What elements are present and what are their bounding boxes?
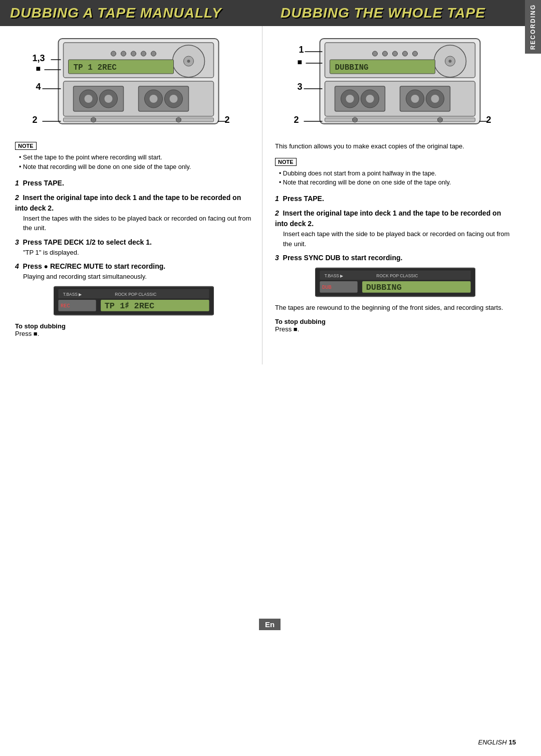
recording-tab: RECORDING	[525, 0, 541, 54]
svg-point-52	[403, 51, 408, 56]
right-step-1: 1 Press TAPE.	[275, 194, 515, 204]
svg-point-66	[431, 95, 439, 103]
left-note-box: NOTE	[15, 142, 37, 150]
svg-point-25	[176, 117, 181, 122]
right-note-item-1: • Dubbing does not start from a point ha…	[279, 169, 515, 178]
svg-point-69	[438, 117, 443, 122]
svg-text:REC: REC	[61, 303, 70, 309]
left-device-svg: TP 1 2REC	[15, 34, 252, 134]
right-note-box: NOTE	[275, 158, 297, 166]
svg-text:ROCK  POP  CLASSIC: ROCK POP CLASSIC	[376, 273, 418, 278]
svg-text:TP  1♯ 2REC: TP 1♯ 2REC	[104, 301, 154, 311]
svg-text:2: 2	[486, 115, 491, 125]
en-badge: En	[259, 619, 281, 630]
svg-text:TP 1 2REC: TP 1 2REC	[74, 63, 117, 72]
right-intro: This function allows you to make exact c…	[275, 141, 515, 151]
svg-text:4: 4	[36, 82, 41, 92]
left-to-stop-body: Press ■.	[15, 330, 39, 337]
left-step-4-num: 4	[15, 262, 19, 270]
right-device-image: DUBBING	[275, 34, 515, 134]
left-lcd-container: T.BASS ▶ ROCK POP CLASSIC REC TP 1♯ 2REC	[15, 286, 252, 317]
footer-page-num: 15	[509, 738, 516, 746]
svg-text:1: 1	[299, 45, 304, 55]
svg-text:DUBBING: DUBBING	[366, 283, 401, 292]
left-step-3-body: "TP 1" is displayed.	[23, 248, 252, 258]
svg-point-62	[366, 95, 374, 103]
svg-point-6	[121, 51, 126, 56]
left-column: TP 1 2REC	[0, 26, 262, 364]
svg-text:T.BASS ▶: T.BASS ▶	[324, 273, 344, 278]
left-note-label: NOTE	[18, 143, 34, 149]
svg-text:■: ■	[36, 64, 41, 73]
right-to-stop-body: Press ■.	[275, 325, 299, 333]
svg-point-68	[353, 117, 358, 122]
right-step-3-title: Press SYNC DUB to start recording.	[281, 254, 403, 262]
right-step-1-num: 1	[275, 195, 279, 203]
svg-point-5	[111, 51, 116, 56]
right-note-item-2: • Note that recording will be done on on…	[279, 178, 515, 187]
svg-point-60	[346, 95, 354, 103]
left-device-image: TP 1 2REC	[15, 34, 252, 134]
svg-text:3: 3	[298, 82, 303, 92]
left-step-4-title: Press ● REC/REC MUTE to start recording.	[21, 262, 166, 270]
left-header: DUBBING A TAPE MANUALLY	[0, 0, 270, 26]
left-note-item-1: • Set the tape to the point where record…	[19, 153, 252, 162]
svg-text:ROCK  POP  CLASSIC: ROCK POP CLASSIC	[115, 291, 156, 296]
left-note-item-2: • Note that recording will be done on on…	[19, 162, 252, 172]
right-step-3-num: 3	[275, 254, 279, 262]
svg-text:2: 2	[225, 115, 230, 125]
left-step-4-body: Playing and recording start simultaneous…	[23, 272, 252, 282]
left-note-section: NOTE • Set the tape to the point where r…	[15, 141, 252, 172]
svg-point-22	[170, 95, 178, 103]
left-step-1: 1 Press TAPE.	[15, 178, 252, 188]
right-column: DUBBING	[262, 26, 525, 364]
left-step-2: 2 Insert the original tape into deck 1 a…	[15, 193, 252, 233]
right-lcd-svg: T.BASS ▶ ROCK POP CLASSIC DUB DUBBING	[315, 267, 475, 297]
svg-point-24	[91, 117, 96, 122]
side-tab-text: RECORDING	[529, 4, 536, 50]
left-step-1-title: Press TAPE.	[21, 179, 64, 187]
left-step-3-title: Press TAPE DECK 1/2 to select deck 1.	[21, 238, 152, 246]
left-header-title: DUBBING A TAPE MANUALLY	[10, 5, 222, 21]
svg-point-20	[150, 95, 158, 103]
right-step-2: 2 Insert the original tape into deck 1 a…	[275, 208, 515, 249]
right-after-lcd: The tapes are rewound to the beginning o…	[275, 303, 515, 313]
svg-point-64	[411, 95, 419, 103]
right-device-svg: DUBBING	[275, 34, 515, 134]
svg-text:T.BASS ▶: T.BASS ▶	[63, 291, 82, 296]
svg-point-9	[151, 51, 156, 56]
svg-point-18	[105, 95, 113, 103]
svg-text:2: 2	[33, 115, 38, 125]
right-step-2-num: 2	[275, 209, 279, 217]
page-footer: ENGLISH 15	[478, 738, 516, 746]
svg-point-48	[449, 60, 452, 63]
svg-text:2: 2	[294, 115, 299, 125]
right-header-title: DUBBING THE WHOLE TAPE	[281, 5, 485, 21]
page: RECORDING DUBBING A TAPE MANUALLY DUBBIN…	[0, 0, 541, 756]
right-step-2-title: Insert the original tape into deck 1 and…	[275, 209, 501, 228]
svg-rect-67	[325, 118, 475, 122]
left-step-2-body: Insert the tapes with the sides to be pl…	[23, 214, 252, 233]
svg-point-16	[85, 95, 93, 103]
svg-point-53	[413, 51, 418, 56]
right-step-3: 3 Press SYNC DUB to start recording.	[275, 253, 515, 263]
svg-text:■: ■	[298, 58, 303, 66]
right-note-label: NOTE	[278, 159, 294, 165]
right-to-stop: To stop dubbing Press ■.	[275, 318, 515, 333]
svg-rect-23	[64, 118, 214, 122]
left-step-3: 3 Press TAPE DECK 1/2 to select deck 1. …	[15, 237, 252, 258]
right-lcd-container: T.BASS ▶ ROCK POP CLASSIC DUB DUBBING	[275, 267, 515, 299]
left-step-4: 4 Press ● REC/REC MUTE to start recordin…	[15, 261, 252, 282]
left-lcd-svg: T.BASS ▶ ROCK POP CLASSIC REC TP 1♯ 2REC	[54, 286, 214, 316]
svg-text:DUBBING: DUBBING	[335, 63, 369, 72]
right-to-stop-label: To stop dubbing	[275, 318, 326, 325]
left-to-stop: To stop dubbing Press ■.	[15, 322, 252, 337]
svg-text:DUB: DUB	[322, 284, 332, 290]
left-step-1-num: 1	[15, 179, 19, 187]
right-header: DUBBING THE WHOLE TAPE	[270, 0, 541, 26]
right-step-1-title: Press TAPE.	[281, 195, 324, 203]
svg-point-49	[373, 51, 378, 56]
svg-point-7	[131, 51, 136, 56]
svg-point-8	[141, 51, 146, 56]
left-step-2-num: 2	[15, 194, 19, 202]
